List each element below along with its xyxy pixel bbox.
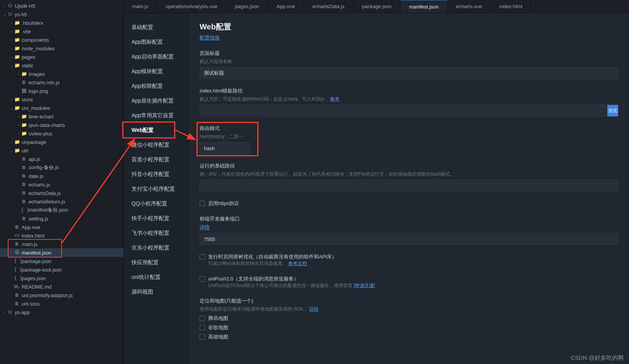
editor-tab[interactable]: manifest.json <box>400 0 448 13</box>
tree-folder[interactable]: ›📁lime-echart <box>0 112 123 121</box>
tree-file[interactable]: { }pages.json <box>0 274 123 282</box>
subnav-item[interactable]: QQ小程序配置 <box>124 197 188 211</box>
editor-tab[interactable]: main.js <box>124 0 157 13</box>
tree-folder[interactable]: ›📁qiun-data-charts <box>0 121 123 129</box>
tree-folder[interactable]: ›📁store <box>0 95 123 104</box>
project-root-2[interactable]: ⌄ U ys-h5 <box>0 10 123 19</box>
subnav-item[interactable]: App常用其它设置 <box>124 108 188 123</box>
editor-tab[interactable]: package.json <box>354 0 401 13</box>
editor-tab[interactable]: pages.json <box>226 0 268 13</box>
map-tencent-checkbox[interactable]: 腾讯地图 <box>200 315 618 322</box>
subnav-item[interactable]: uni统计配置 <box>124 270 188 285</box>
tree-file[interactable]: <>index.html <box>0 231 123 240</box>
file-explorer[interactable]: › U Ujsdk-H5 ⌄ U ys-h5 ›📁.hbuilderx›📁.vi… <box>0 0 124 364</box>
tree-file[interactable]: 🗎uni.promisify.adaptor.js <box>0 291 123 299</box>
template-path-input[interactable] <box>200 105 618 116</box>
checkbox-icon[interactable] <box>200 254 205 260</box>
editor-tab[interactable]: echarts.vue <box>448 0 491 13</box>
tree-file[interactable]: 🖼logo.png <box>0 87 123 95</box>
map-google-checkbox[interactable]: 谷歌地图 <box>200 324 618 331</box>
subnav-item[interactable]: App启动界面配置 <box>124 50 188 64</box>
tree-file[interactable]: { }package-lock.json <box>0 265 123 274</box>
tree-folder[interactable]: ›📁.hbuilderx <box>0 19 123 27</box>
tree-file[interactable]: 🗎setting.js <box>0 214 123 223</box>
field-label: 运行的基础路径 <box>200 162 618 169</box>
project-root-3[interactable]: › U ys-app <box>0 308 123 316</box>
project-root-1[interactable]: › U Ujsdk-H5 <box>0 2 123 10</box>
tree-file[interactable]: 🗎main.js <box>0 240 123 248</box>
apply-link[interactable]: [申请开通] <box>354 283 375 288</box>
tree-label: date.js <box>29 173 120 179</box>
editor-tab[interactable]: operationsAnalysis.vue <box>157 0 226 13</box>
subnav-item[interactable]: App权限配置 <box>124 79 188 94</box>
tree-folder[interactable]: ›📁pages <box>0 53 123 61</box>
page-title-input[interactable] <box>200 67 618 79</box>
checkbox-icon[interactable] <box>200 201 205 206</box>
subnav-item[interactable]: 飞书小程序配置 <box>124 226 188 241</box>
tree-file[interactable]: { }package.json <box>0 257 123 265</box>
reference-link[interactable]: 参考 <box>330 96 339 102</box>
subnav-item[interactable]: 京东小程序配置 <box>124 241 188 255</box>
dev-port-input[interactable] <box>200 233 618 245</box>
tree-folder[interactable]: ⌄📁uni_modules <box>0 104 123 112</box>
file-icon: 🗎 <box>21 199 27 204</box>
subnav-item[interactable]: 抖音小程序配置 <box>124 167 188 182</box>
project-icon: U <box>7 3 13 9</box>
subnav-item[interactable]: 快手小程序配置 <box>124 211 188 226</box>
tree-file[interactable]: { }manifest备份.json <box>0 206 123 214</box>
subnav-item[interactable]: Web配置 <box>124 123 188 138</box>
detail-link[interactable]: 详情 <box>309 306 318 312</box>
tree-file[interactable]: 🗎uni.scss <box>0 299 123 308</box>
tree-folder[interactable]: ⌄📁util <box>0 146 123 155</box>
chevron-right-icon: › <box>16 114 21 119</box>
reference-link[interactable]: 参考文档 <box>288 261 307 266</box>
subnav-item[interactable]: 支付宝小程序配置 <box>124 182 188 197</box>
checkbox-icon[interactable] <box>200 316 205 321</box>
tree-folder[interactable]: ›📁unpackage <box>0 138 123 146</box>
browse-button[interactable]: 浏览 <box>607 105 618 116</box>
treeshake-checkbox-row[interactable]: 发行时启用摇树优化（自动裁剪没有使用的组件和API库） <box>200 253 618 260</box>
detail-link[interactable]: 详情 <box>200 224 210 230</box>
checkbox-icon[interactable] <box>200 325 205 330</box>
subnav-item[interactable]: App图标配置 <box>124 35 188 50</box>
tree-folder[interactable]: ⌄📁static <box>0 61 123 70</box>
subnav-item[interactable]: 快应用配置 <box>124 255 188 270</box>
tree-folder[interactable]: ›📁images <box>0 70 123 78</box>
subnav-item[interactable]: 源码视图 <box>124 285 188 299</box>
route-mode-input[interactable] <box>200 142 250 154</box>
subnav-item[interactable]: 基础配置 <box>124 20 188 35</box>
editor-tab[interactable]: index.html <box>491 0 531 13</box>
map-amap-checkbox[interactable]: 高德地图 <box>200 333 618 340</box>
tree-file[interactable]: 🗎echarts.js <box>0 180 123 189</box>
tree-label: logo.png <box>29 88 120 94</box>
tree-file[interactable]: ⦿manifest.json <box>0 248 123 257</box>
chevron-right-icon: › <box>9 140 14 144</box>
editor-tab[interactable]: App.vue <box>268 0 304 13</box>
settings-content[interactable]: Web配置 配置指南 页面标题 默认为应用名称 index.html模板路径 默… <box>189 13 629 364</box>
tree-file[interactable]: 🗎api.js <box>0 155 123 163</box>
tree-file[interactable]: 🗎date.js <box>0 172 123 180</box>
checkbox-icon[interactable] <box>200 276 205 282</box>
base-path-input[interactable] <box>200 180 618 191</box>
subnav-item[interactable]: 微信小程序配置 <box>124 138 188 152</box>
tree-folder[interactable]: ›📁.vite <box>0 27 123 36</box>
subnav-item[interactable]: App原生插件配置 <box>124 94 188 108</box>
unipush-checkbox-row[interactable]: uniPush2.0（支持全端的消息推送服务） <box>200 275 618 282</box>
tree-folder[interactable]: ›📁components <box>0 36 123 44</box>
https-checkbox-row[interactable]: 启用https协议 <box>200 200 618 207</box>
subnav-item[interactable]: 百度小程序配置 <box>124 152 188 167</box>
tree-file[interactable]: 🗎echartsReturn.js <box>0 197 123 206</box>
tree-label: uview-plus <box>29 131 120 137</box>
tree-folder[interactable]: ›📁node_modules <box>0 44 123 53</box>
tree-file[interactable]: 🗎echartsData.js <box>0 189 123 197</box>
tree-folder[interactable]: ›📁uview-plus <box>0 129 123 138</box>
config-guide-link[interactable]: 配置指南 <box>200 35 220 41</box>
subnav-item[interactable]: App模块配置 <box>124 64 188 79</box>
tree-file[interactable]: 🗎App.vue <box>0 223 123 231</box>
tree-file[interactable]: 🗎config-备份.js <box>0 163 123 172</box>
editor-tab[interactable]: echartsData.js <box>304 0 353 13</box>
tree-file[interactable]: M↓README.md <box>0 282 123 291</box>
tree-file[interactable]: 🗎echarts.min.js <box>0 78 123 87</box>
file-icon: 🗎 <box>21 190 27 196</box>
checkbox-icon[interactable] <box>200 334 205 340</box>
